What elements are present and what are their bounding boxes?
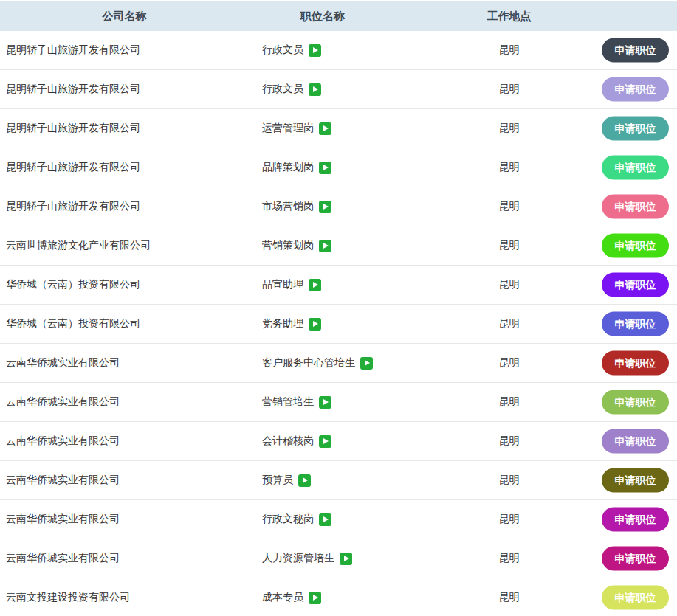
position-name: 运营管理岗 [262, 122, 314, 135]
play-icon[interactable] [309, 318, 321, 331]
column-header-company: 公司名称 [0, 10, 249, 24]
company-name-cell: 华侨城（云南）投资有限公司 [0, 317, 249, 331]
company-name-cell: 云南华侨城实业有限公司 [0, 513, 249, 526]
position-name: 党务助理 [262, 317, 303, 331]
apply-button[interactable]: 申请职位 [602, 117, 669, 141]
location-cell: 昆明 [396, 278, 622, 291]
play-icon[interactable] [309, 592, 321, 604]
play-icon[interactable] [298, 474, 311, 487]
location-cell: 昆明 [396, 239, 622, 252]
table-row: 昆明轿子山旅游开发有限公司 行政文员 昆明 申请职位 [0, 70, 677, 109]
location-cell: 昆明 [396, 161, 622, 174]
location-cell: 昆明 [396, 474, 622, 487]
play-triangle [323, 243, 329, 249]
apply-button[interactable]: 申请职位 [602, 156, 669, 180]
play-icon[interactable] [319, 201, 331, 213]
position-name: 行政文员 [262, 83, 303, 96]
play-triangle [323, 204, 329, 210]
location-cell: 昆明 [396, 44, 622, 57]
job-table-body: 昆明轿子山旅游开发有限公司 行政文员 昆明 申请职位 昆明轿子山旅游开发有限公司… [0, 31, 677, 616]
position-name: 品牌策划岗 [262, 161, 314, 174]
company-name-cell: 云南华侨城实业有限公司 [0, 356, 249, 370]
position-name: 行政文员 [262, 44, 303, 57]
position-name: 成本专员 [262, 591, 303, 604]
company-name-cell: 云南华侨城实业有限公司 [0, 435, 249, 448]
column-header-location: 工作地点 [396, 10, 622, 24]
play-icon[interactable] [319, 435, 331, 448]
apply-button[interactable]: 申请职位 [602, 38, 669, 63]
play-icon[interactable] [319, 162, 331, 174]
position-name: 营销管培生 [262, 395, 314, 409]
column-header-position: 职位名称 [249, 10, 396, 24]
play-icon[interactable] [309, 279, 321, 291]
table-row: 云南华侨城实业有限公司 会计稽核岗 昆明 申请职位 [0, 422, 677, 461]
job-listing-page: 公司名称 职位名称 工作地点 昆明轿子山旅游开发有限公司 行政文员 昆明 申请职… [0, 0, 677, 616]
position-name: 市场营销岗 [262, 200, 314, 213]
company-name-cell: 昆明轿子山旅游开发有限公司 [0, 122, 249, 135]
play-icon[interactable] [319, 513, 331, 526]
table-row: 华侨城（云南）投资有限公司 党务助理 昆明 申请职位 [0, 305, 677, 344]
location-cell: 昆明 [396, 395, 622, 409]
play-icon[interactable] [319, 122, 331, 135]
table-row: 云南华侨城实业有限公司 客户服务中心管培生 昆明 申请职位 [0, 344, 677, 383]
location-cell: 昆明 [396, 513, 622, 526]
play-triangle [344, 556, 349, 561]
location-cell: 昆明 [396, 83, 622, 96]
apply-button[interactable]: 申请职位 [602, 468, 669, 493]
position-name: 品宣助理 [262, 278, 303, 291]
play-triangle [323, 165, 329, 170]
position-name: 行政文秘岗 [262, 513, 314, 526]
table-row: 云南华侨城实业有限公司 人力资源管培生 昆明 申请职位 [0, 539, 677, 578]
play-triangle [365, 360, 370, 366]
company-name-cell: 云南华侨城实业有限公司 [0, 552, 249, 565]
apply-button[interactable]: 申请职位 [602, 77, 669, 102]
apply-button[interactable]: 申请职位 [602, 312, 669, 336]
location-cell: 昆明 [396, 591, 622, 604]
play-icon[interactable] [360, 357, 373, 370]
company-name-cell: 昆明轿子山旅游开发有限公司 [0, 44, 249, 57]
apply-button[interactable]: 申请职位 [602, 234, 669, 258]
play-triangle [313, 282, 318, 288]
apply-button[interactable]: 申请职位 [602, 586, 669, 610]
play-triangle [323, 399, 329, 405]
table-row: 云南世博旅游文化产业有限公司 营销策划岗 昆明 申请职位 [0, 226, 677, 266]
play-triangle [323, 516, 329, 522]
apply-button[interactable]: 申请职位 [602, 195, 669, 219]
table-row: 云南华侨城实业有限公司 营销管培生 昆明 申请职位 [0, 383, 677, 422]
table-row: 昆明轿子山旅游开发有限公司 行政文员 昆明 申请职位 [0, 31, 677, 70]
company-name-cell: 昆明轿子山旅游开发有限公司 [0, 83, 249, 96]
location-cell: 昆明 [396, 122, 622, 135]
position-name: 营销策划岗 [262, 239, 314, 252]
play-icon[interactable] [319, 240, 331, 252]
company-name-cell: 华侨城（云南）投资有限公司 [0, 278, 249, 291]
location-cell: 昆明 [396, 317, 622, 331]
company-name-cell: 云南华侨城实业有限公司 [0, 474, 249, 487]
play-triangle [313, 595, 318, 601]
company-name-cell: 云南世博旅游文化产业有限公司 [0, 239, 249, 252]
location-cell: 昆明 [396, 435, 622, 448]
table-row: 华侨城（云南）投资有限公司 品宣助理 昆明 申请职位 [0, 266, 677, 305]
play-triangle [323, 125, 329, 131]
apply-button[interactable]: 申请职位 [602, 390, 669, 415]
play-icon[interactable] [340, 553, 352, 565]
company-name-cell: 云南文投建设投资有限公司 [0, 591, 249, 604]
location-cell: 昆明 [396, 356, 622, 370]
location-cell: 昆明 [396, 552, 622, 565]
play-triangle [313, 321, 318, 327]
apply-button[interactable]: 申请职位 [602, 273, 669, 297]
play-triangle [303, 477, 308, 483]
play-icon[interactable] [309, 83, 321, 96]
apply-button[interactable]: 申请职位 [602, 429, 669, 454]
play-triangle [323, 438, 329, 444]
apply-button[interactable]: 申请职位 [602, 547, 669, 571]
play-icon[interactable] [309, 44, 321, 57]
apply-button[interactable]: 申请职位 [602, 508, 669, 532]
apply-button[interactable]: 申请职位 [602, 351, 669, 376]
position-name: 客户服务中心管培生 [262, 356, 355, 370]
play-icon[interactable] [319, 396, 331, 409]
table-row: 云南华侨城实业有限公司 预算员 昆明 申请职位 [0, 461, 677, 500]
table-row: 云南华侨城实业有限公司 行政文秘岗 昆明 申请职位 [0, 500, 677, 539]
company-name-cell: 云南华侨城实业有限公司 [0, 395, 249, 409]
company-name-cell: 昆明轿子山旅游开发有限公司 [0, 200, 249, 213]
table-row: 昆明轿子山旅游开发有限公司 运营管理岗 昆明 申请职位 [0, 109, 677, 148]
